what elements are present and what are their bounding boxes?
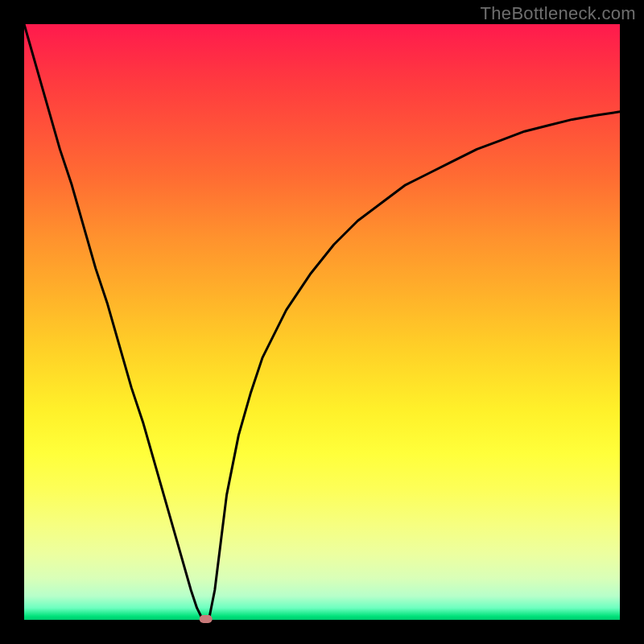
optimum-marker [200,615,213,623]
watermark-text: TheBottleneck.com [481,3,636,24]
bottleneck-curve [24,24,620,620]
curve-layer [24,24,620,620]
chart-stage: TheBottleneck.com [0,0,644,644]
plot-area [24,24,620,620]
